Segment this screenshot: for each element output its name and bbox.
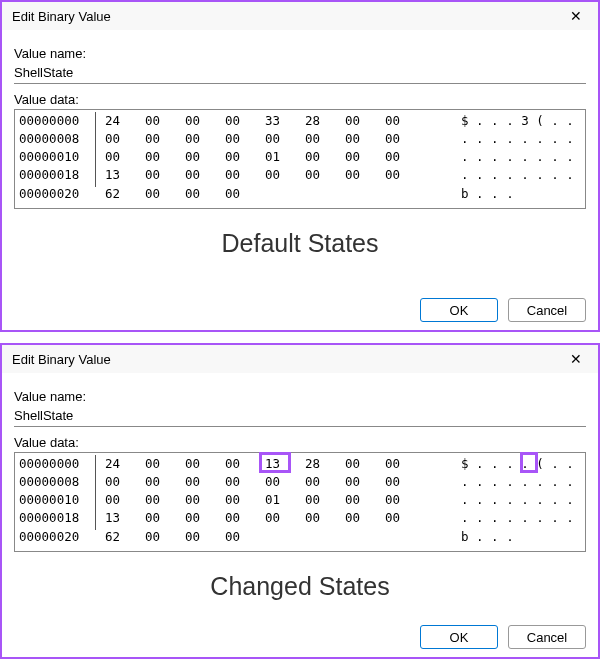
hex-offset: 00000020 — [19, 528, 95, 546]
hex-byte[interactable]: 13 — [265, 455, 305, 473]
hex-byte[interactable]: 00 — [385, 148, 425, 166]
hex-byte[interactable]: 00 — [345, 509, 385, 527]
hex-byte[interactable]: 00 — [265, 130, 305, 148]
hex-byte[interactable]: 00 — [145, 509, 185, 527]
hex-byte[interactable]: 00 — [105, 148, 145, 166]
hex-byte[interactable]: 00 — [345, 455, 385, 473]
hex-row: 000000100000000001000000. . . . . . . . — [19, 148, 581, 166]
hex-byte[interactable]: 00 — [145, 491, 185, 509]
hex-byte[interactable]: 00 — [185, 491, 225, 509]
value-name-label: Value name: — [14, 46, 586, 61]
hex-byte[interactable]: 00 — [145, 185, 185, 203]
hex-byte[interactable]: 28 — [305, 455, 345, 473]
hex-byte[interactable]: 00 — [385, 491, 425, 509]
hex-byte[interactable]: 00 — [185, 509, 225, 527]
hex-byte[interactable]: 00 — [305, 473, 345, 491]
hex-byte[interactable]: 00 — [145, 528, 185, 546]
hex-byte[interactable]: 00 — [225, 185, 265, 203]
hex-byte[interactable]: 24 — [105, 112, 145, 130]
hex-byte[interactable]: 00 — [385, 455, 425, 473]
hex-byte[interactable]: 00 — [225, 148, 265, 166]
hex-byte[interactable]: 00 — [305, 130, 345, 148]
hex-offset: 00000000 — [19, 112, 95, 130]
hex-byte[interactable]: 00 — [105, 130, 145, 148]
value-name-field[interactable]: ShellState — [14, 406, 586, 427]
hex-row: 0000002062000000b . . . — [19, 528, 581, 546]
hex-byte[interactable]: 00 — [185, 528, 225, 546]
hex-byte[interactable]: 00 — [225, 112, 265, 130]
hex-byte[interactable]: 00 — [185, 112, 225, 130]
hex-byte[interactable]: 00 — [385, 473, 425, 491]
hex-byte[interactable]: 00 — [305, 509, 345, 527]
hex-row: 000000100000000001000000. . . . . . . . — [19, 491, 581, 509]
hex-byte[interactable]: 62 — [105, 528, 145, 546]
hex-byte[interactable]: 00 — [265, 509, 305, 527]
hex-ascii: b . . . — [461, 528, 581, 546]
hex-byte[interactable]: 00 — [145, 130, 185, 148]
hex-editor[interactable]: 000000002400000013280000$ . . . . ( . .0… — [14, 452, 586, 552]
hex-byte[interactable]: 00 — [345, 473, 385, 491]
hex-byte[interactable]: 00 — [145, 166, 185, 184]
hex-byte[interactable]: 00 — [145, 112, 185, 130]
hex-byte[interactable]: 00 — [345, 491, 385, 509]
hex-byte[interactable]: 00 — [385, 112, 425, 130]
hex-bytes: 2400000013280000 — [95, 455, 461, 473]
hex-byte[interactable]: 00 — [345, 148, 385, 166]
hex-byte[interactable]: 00 — [185, 166, 225, 184]
hex-byte[interactable]: 00 — [385, 130, 425, 148]
hex-bytes: 0000000001000000 — [95, 148, 461, 166]
hex-byte[interactable]: 00 — [345, 130, 385, 148]
hex-byte[interactable]: 00 — [225, 473, 265, 491]
cancel-button[interactable]: Cancel — [508, 625, 586, 649]
value-name-field[interactable]: ShellState — [14, 63, 586, 84]
hex-byte[interactable]: 33 — [265, 112, 305, 130]
hex-byte[interactable]: 00 — [385, 509, 425, 527]
hex-byte[interactable]: 00 — [105, 473, 145, 491]
hex-byte[interactable]: 00 — [185, 473, 225, 491]
ok-button[interactable]: OK — [420, 298, 498, 322]
hex-row: 000000080000000000000000. . . . . . . . — [19, 473, 581, 491]
hex-byte[interactable]: 00 — [225, 166, 265, 184]
hex-byte[interactable]: 24 — [105, 455, 145, 473]
hex-byte[interactable]: 13 — [105, 166, 145, 184]
hex-byte[interactable]: 00 — [225, 130, 265, 148]
hex-byte[interactable]: 00 — [225, 455, 265, 473]
hex-offset: 00000018 — [19, 166, 95, 184]
hex-byte[interactable]: 28 — [305, 112, 345, 130]
hex-byte[interactable]: 00 — [385, 166, 425, 184]
hex-byte[interactable]: 00 — [305, 148, 345, 166]
hex-byte[interactable]: 00 — [345, 166, 385, 184]
hex-byte[interactable]: 00 — [305, 166, 345, 184]
hex-byte[interactable]: 00 — [185, 455, 225, 473]
hex-byte[interactable]: 00 — [225, 528, 265, 546]
hex-byte[interactable]: 00 — [185, 148, 225, 166]
dialog-body: Value name: ShellState Value data: 00000… — [2, 30, 598, 258]
value-data-label: Value data: — [14, 92, 586, 107]
hex-byte[interactable]: 00 — [185, 130, 225, 148]
close-icon[interactable]: ✕ — [564, 351, 588, 367]
hex-byte[interactable]: 00 — [225, 491, 265, 509]
hex-byte[interactable]: 00 — [265, 166, 305, 184]
cancel-button[interactable]: Cancel — [508, 298, 586, 322]
hex-byte[interactable]: 13 — [105, 509, 145, 527]
hex-byte[interactable]: 00 — [145, 148, 185, 166]
hex-byte[interactable]: 00 — [345, 112, 385, 130]
hex-byte[interactable]: 00 — [105, 491, 145, 509]
hex-byte[interactable]: 00 — [265, 473, 305, 491]
dialog-title: Edit Binary Value — [12, 9, 111, 24]
hex-ascii: . . . . . . . . — [461, 148, 581, 166]
hex-editor[interactable]: 000000002400000033280000$ . . . 3 ( . .0… — [14, 109, 586, 209]
hex-byte[interactable]: 00 — [145, 473, 185, 491]
close-icon[interactable]: ✕ — [564, 8, 588, 24]
hex-byte[interactable]: 00 — [305, 491, 345, 509]
hex-byte[interactable]: 01 — [265, 148, 305, 166]
ok-button[interactable]: OK — [420, 625, 498, 649]
hex-bytes: 2400000033280000 — [95, 112, 461, 130]
hex-byte[interactable]: 62 — [105, 185, 145, 203]
hex-byte[interactable]: 00 — [225, 509, 265, 527]
titlebar: Edit Binary Value ✕ — [2, 345, 598, 373]
hex-byte[interactable]: 00 — [145, 455, 185, 473]
hex-byte[interactable]: 00 — [185, 185, 225, 203]
hex-bytes: 1300000000000000 — [95, 166, 461, 184]
hex-byte[interactable]: 01 — [265, 491, 305, 509]
